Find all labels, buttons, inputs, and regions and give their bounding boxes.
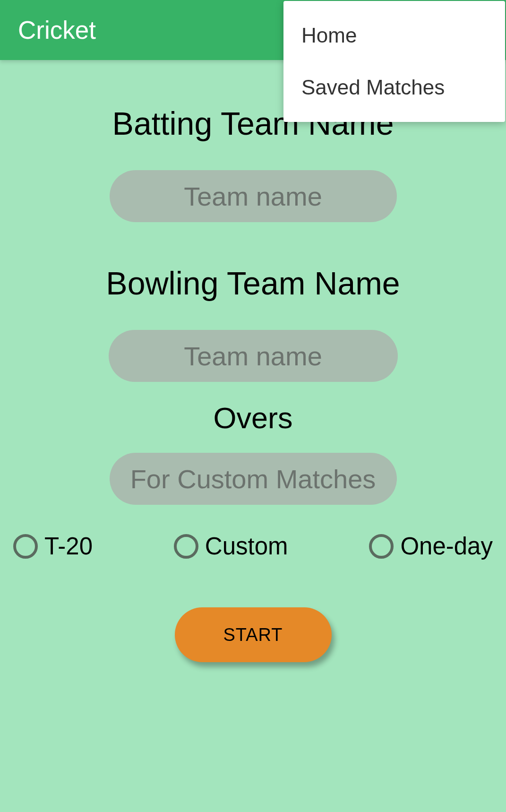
bowling-team-label: Bowling Team Name <box>106 265 400 302</box>
main-content: Batting Team Name Bowling Team Name Over… <box>0 60 506 662</box>
radio-label-custom: Custom <box>205 532 288 560</box>
overs-label: Overs <box>213 401 292 435</box>
radio-label-oneday: One-day <box>400 532 493 560</box>
menu-item-saved-matches[interactable]: Saved Matches <box>283 61 505 113</box>
radio-custom[interactable]: Custom <box>174 532 288 560</box>
radio-label-t20: T-20 <box>44 532 93 560</box>
menu-popup: Home Saved Matches <box>283 1 505 122</box>
radio-circle-icon <box>369 534 394 559</box>
overs-input[interactable] <box>110 453 397 505</box>
app-title: Cricket <box>18 16 96 44</box>
start-button[interactable]: START <box>175 607 332 662</box>
radio-circle-icon <box>13 534 38 559</box>
radio-t20[interactable]: T-20 <box>13 532 93 560</box>
menu-item-home[interactable]: Home <box>283 9 505 61</box>
match-type-radio-group: T-20 Custom One-day <box>0 532 506 560</box>
radio-circle-icon <box>174 534 198 559</box>
radio-oneday[interactable]: One-day <box>369 532 493 560</box>
batting-team-input[interactable] <box>110 170 397 222</box>
bowling-team-input[interactable] <box>109 330 398 382</box>
